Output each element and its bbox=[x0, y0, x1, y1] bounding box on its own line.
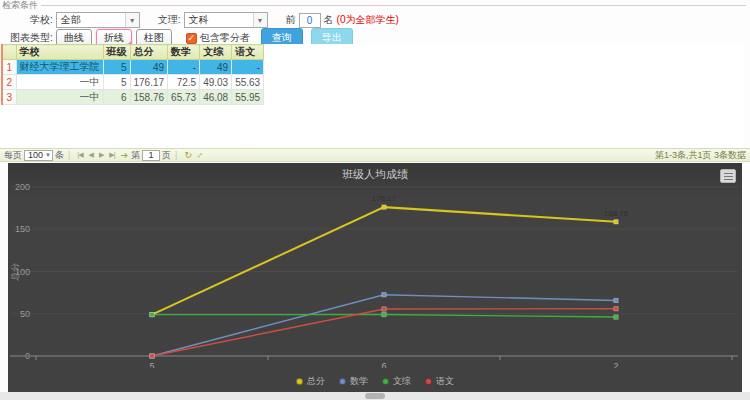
chevron-down-icon: ▼ bbox=[45, 152, 51, 158]
cell-1-1: 5 bbox=[103, 75, 130, 90]
goto-suffix: 页 bbox=[162, 149, 171, 162]
track-select[interactable]: 文科 ▼ bbox=[184, 12, 268, 28]
cell-0-1: 5 bbox=[103, 60, 130, 75]
row-number-header bbox=[2, 45, 16, 60]
svg-text:2: 2 bbox=[613, 361, 618, 368]
legend-label: 总分 bbox=[307, 375, 325, 388]
column-header-3[interactable]: 数学 bbox=[168, 45, 200, 60]
chart-canvas: 050100150200562总分176.17158.76 bbox=[8, 163, 742, 368]
chart-panel: 班级人均成绩 050100150200562总分176.17158.76 总分数… bbox=[8, 163, 742, 392]
expand-icon[interactable]: ↕ bbox=[195, 150, 205, 160]
per-page-label: 每页 bbox=[4, 149, 22, 162]
svg-text:176.17: 176.17 bbox=[372, 194, 397, 203]
legend-label: 数学 bbox=[350, 375, 368, 388]
per-page-select[interactable]: 100 ▼ bbox=[24, 150, 53, 161]
cell-2-4: 46.08 bbox=[200, 90, 232, 105]
top-n-hint: (0为全部学生) bbox=[337, 13, 399, 27]
row-number: 3 bbox=[2, 90, 16, 105]
cell-2-5: 55.95 bbox=[232, 90, 264, 105]
track-label: 文理: bbox=[158, 13, 181, 27]
legend-dot-icon bbox=[382, 378, 389, 385]
cell-0-2: 49 bbox=[130, 60, 168, 75]
top-n-input[interactable] bbox=[299, 13, 321, 28]
page-number-input[interactable] bbox=[142, 150, 160, 161]
legend-label: 语文 bbox=[436, 375, 454, 388]
table-header-row: 学校班级总分数学文综语文 bbox=[2, 45, 264, 60]
pager-bar: 每页 100 ▼ 条 | |◀ ◀ ▶ ▶| ➔ 第 页 | ↻ ↕ 第1-3条… bbox=[0, 148, 750, 162]
refresh-icon[interactable]: ↻ bbox=[184, 150, 192, 160]
divider bbox=[41, 5, 746, 6]
cell-1-4: 49.03 bbox=[200, 75, 232, 90]
results-table: 学校班级总分数学文综语文 1财经大学理工学院549-49-2一中5176.177… bbox=[1, 44, 264, 105]
cell-2-1: 6 bbox=[103, 90, 130, 105]
svg-text:总分: 总分 bbox=[10, 263, 20, 282]
table-row[interactable]: 3一中6158.7665.7346.0855.95 bbox=[2, 90, 264, 105]
horizontal-scrollbar bbox=[0, 392, 750, 400]
results-grid: 学校班级总分数学文综语文 1财经大学理工学院549-49-2一中5176.177… bbox=[1, 44, 744, 148]
divider: | bbox=[175, 150, 177, 160]
table-row[interactable]: 1财经大学理工学院549-49- bbox=[2, 60, 264, 75]
row-number: 2 bbox=[2, 75, 16, 90]
cell-0-0: 财经大学理工学院 bbox=[16, 60, 103, 75]
prev-page-icon[interactable]: ◀ bbox=[89, 151, 93, 159]
search-panel: 检索条件 学校: 全部 ▼ 文理: 文科 ▼ 前 名 (0为全部学生) 图表类型… bbox=[0, 0, 750, 42]
search-panel-header: 检索条件 bbox=[0, 0, 750, 10]
school-select[interactable]: 全部 ▼ bbox=[56, 12, 140, 28]
svg-text:5: 5 bbox=[149, 361, 154, 368]
svg-text:6: 6 bbox=[381, 361, 386, 368]
chevron-down-icon: ▼ bbox=[253, 13, 267, 27]
legend-item-0[interactable]: 总分 bbox=[296, 375, 325, 388]
top-n-label: 前 bbox=[286, 13, 296, 27]
filter-row: 学校: 全部 ▼ 文理: 文科 ▼ 前 名 (0为全部学生) bbox=[0, 12, 750, 28]
column-header-4[interactable]: 文综 bbox=[200, 45, 232, 60]
legend-item-2[interactable]: 文综 bbox=[382, 375, 411, 388]
cell-1-2: 176.17 bbox=[130, 75, 168, 90]
table-row[interactable]: 2一中5176.1772.549.0355.63 bbox=[2, 75, 264, 90]
row-number: 1 bbox=[2, 60, 16, 75]
cell-0-5: - bbox=[232, 60, 264, 75]
track-select-value: 文科 bbox=[189, 13, 209, 27]
cell-2-2: 158.76 bbox=[130, 90, 168, 105]
column-header-5[interactable]: 语文 bbox=[232, 45, 264, 60]
pager-info: 第1-3条,共1页 3条数据 bbox=[655, 149, 746, 162]
cell-1-5: 55.63 bbox=[232, 75, 264, 90]
first-page-icon[interactable]: |◀ bbox=[77, 151, 82, 159]
cell-1-3: 72.5 bbox=[168, 75, 200, 90]
include-zero-checkbox[interactable]: ✓ bbox=[186, 33, 197, 44]
goto-label: 第 bbox=[131, 149, 140, 162]
legend-label: 文综 bbox=[393, 375, 411, 388]
chart-legend: 总分数学文综语文 bbox=[8, 375, 742, 388]
legend-dot-icon bbox=[339, 378, 346, 385]
search-panel-title: 检索条件 bbox=[2, 0, 38, 12]
svg-text:158.76: 158.76 bbox=[604, 209, 629, 218]
cell-2-0: 一中 bbox=[16, 90, 103, 105]
cell-2-3: 65.73 bbox=[168, 90, 200, 105]
cell-0-4: 49 bbox=[200, 60, 232, 75]
legend-item-3[interactable]: 语文 bbox=[425, 375, 454, 388]
go-icon[interactable]: ➔ bbox=[121, 150, 129, 160]
legend-dot-icon bbox=[425, 378, 432, 385]
horizontal-scrollbar-thumb[interactable] bbox=[365, 393, 385, 399]
cell-0-3: - bbox=[168, 60, 200, 75]
per-page-unit: 条 bbox=[55, 149, 64, 162]
school-label: 学校: bbox=[30, 13, 53, 27]
cell-1-0: 一中 bbox=[16, 75, 103, 90]
next-page-icon[interactable]: ▶ bbox=[99, 151, 103, 159]
top-n-suffix: 名 bbox=[324, 13, 334, 27]
page: 检索条件 学校: 全部 ▼ 文理: 文科 ▼ 前 名 (0为全部学生) 图表类型… bbox=[0, 0, 750, 400]
school-select-value: 全部 bbox=[61, 13, 81, 27]
divider: | bbox=[68, 150, 70, 160]
svg-text:200: 200 bbox=[15, 182, 30, 192]
per-page-value: 100 bbox=[28, 150, 43, 160]
include-zero-label: 包含零分者 bbox=[200, 31, 250, 45]
column-header-0[interactable]: 学校 bbox=[16, 45, 103, 60]
column-header-1[interactable]: 班级 bbox=[103, 45, 130, 60]
svg-text:150: 150 bbox=[15, 224, 30, 234]
legend-dot-icon bbox=[296, 378, 303, 385]
legend-item-1[interactable]: 数学 bbox=[339, 375, 368, 388]
svg-text:50: 50 bbox=[20, 309, 30, 319]
chevron-down-icon: ▼ bbox=[125, 13, 139, 27]
last-page-icon[interactable]: ▶| bbox=[109, 151, 114, 159]
column-header-2[interactable]: 总分 bbox=[130, 45, 168, 60]
chart-type-label: 图表类型: bbox=[10, 31, 53, 45]
